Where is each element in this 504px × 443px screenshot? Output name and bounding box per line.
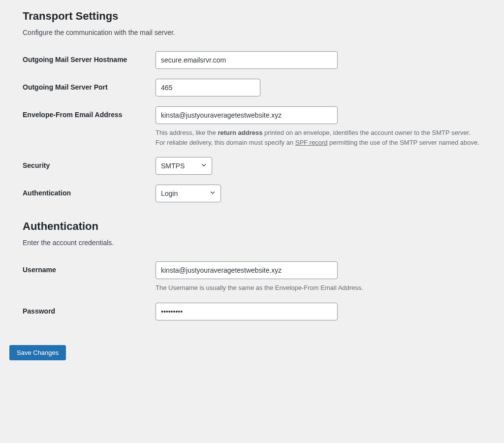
envelope-help-post: permitting the use of the SMTP server na… [327, 139, 479, 146]
port-input[interactable] [156, 79, 260, 96]
port-label: Outgoing Mail Server Port [23, 83, 151, 93]
envelope-help-bold: return address [218, 129, 262, 136]
hostname-input[interactable] [156, 51, 338, 69]
envelope-label: Envelope-From Email Address [23, 110, 151, 120]
transport-heading: Transport Settings [23, 10, 481, 23]
authentication-label: Authentication [23, 189, 151, 198]
port-row: Outgoing Mail Server Port [23, 79, 481, 96]
password-row: Password [23, 303, 481, 320]
auth-description: Enter the account credentials. [23, 239, 481, 247]
security-row: Security SMTPS [23, 157, 481, 175]
username-input[interactable] [156, 261, 338, 279]
password-input[interactable] [156, 303, 338, 320]
security-select[interactable]: SMTPS [156, 157, 212, 175]
envelope-input[interactable] [156, 106, 338, 124]
spf-record-link[interactable]: SPF record [295, 139, 328, 146]
username-label: Username [23, 265, 151, 275]
envelope-help: This address, like the return address pr… [156, 128, 480, 147]
envelope-help-pre: This address, like the [156, 129, 218, 136]
authentication-select[interactable]: Login [156, 185, 221, 202]
auth-heading: Authentication [23, 220, 481, 233]
username-help: The Username is usually the same as the … [156, 283, 480, 293]
save-button[interactable]: Save Changes [9, 345, 66, 360]
transport-description: Configure the communication with the mai… [23, 29, 481, 36]
envelope-row: Envelope-From Email Address This address… [23, 106, 481, 147]
password-label: Password [23, 307, 151, 316]
security-label: Security [23, 161, 151, 171]
hostname-row: Outgoing Mail Server Hostname [23, 51, 481, 69]
hostname-label: Outgoing Mail Server Hostname [23, 55, 151, 65]
username-row: Username The Username is usually the sam… [23, 261, 481, 293]
authentication-row: Authentication Login [23, 185, 481, 202]
